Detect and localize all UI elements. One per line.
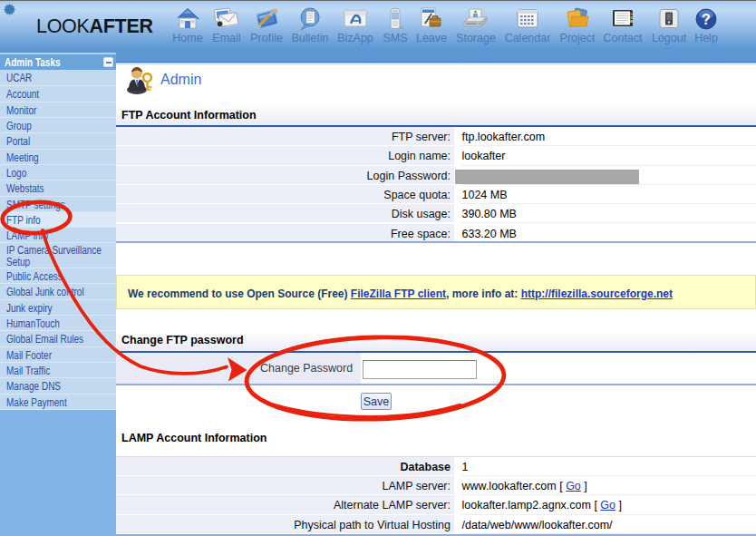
- svg-text:?: ?: [702, 12, 711, 27]
